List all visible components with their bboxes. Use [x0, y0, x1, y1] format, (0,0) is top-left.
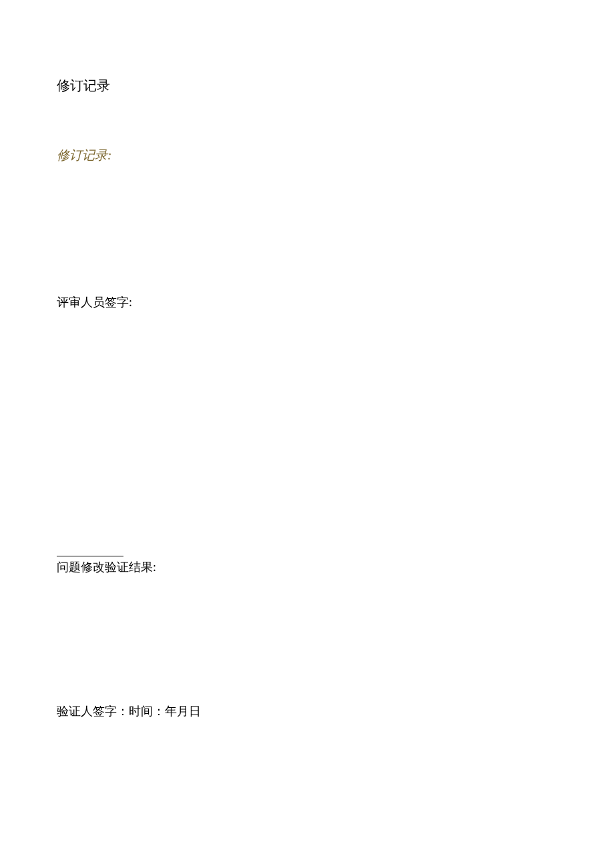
verification-result-label: 问题修改验证结果: [57, 559, 557, 575]
section-title: 修订记录 [57, 77, 557, 95]
verifier-signature-label: 验证人签字：时间：年月日 [57, 703, 557, 719]
reviewer-signature-label: 评审人员签字: [57, 294, 557, 310]
divider-line [57, 556, 123, 556]
revision-record-label: 修订记录: [57, 147, 557, 164]
document-page: 修订记录 修订记录: 评审人员签字: 问题修改验证结果: 验证人签字：时间：年月… [0, 0, 614, 719]
